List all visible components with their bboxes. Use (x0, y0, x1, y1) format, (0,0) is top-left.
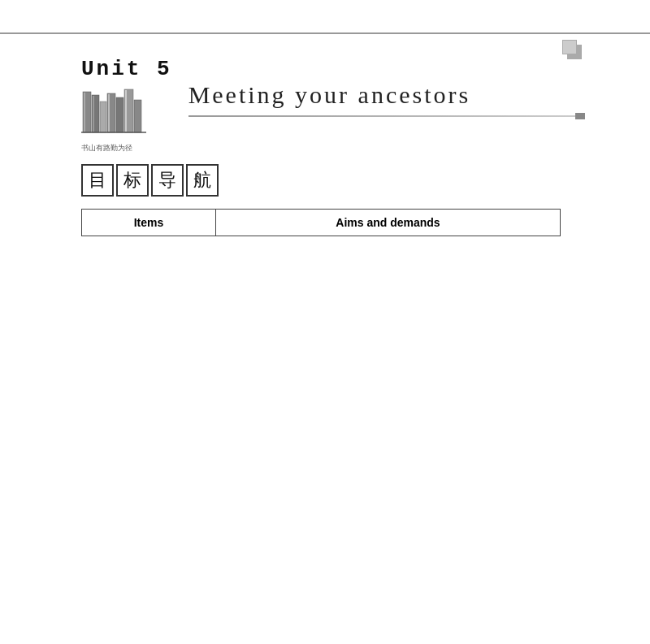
nav-title-boxes: 目 标 导 航 (81, 164, 585, 197)
main-title: Meeting your ancestors (188, 81, 585, 109)
svg-rect-1 (84, 93, 85, 132)
svg-rect-4 (100, 102, 106, 132)
corner-square-front (562, 40, 577, 54)
col-aims-header: Aims and demands (215, 210, 560, 236)
book-icon: 书山有路勤为径 (81, 85, 146, 138)
corner-square-back (567, 45, 582, 59)
char-box-2: 标 (116, 164, 149, 197)
page-container: Unit 5 (0, 0, 650, 644)
title-underline (188, 115, 585, 117)
svg-rect-6 (108, 94, 110, 132)
top-border (0, 32, 650, 34)
nav-section: 目 标 导 航 Items Aims and demands (81, 164, 585, 236)
table-section: Items Aims and demands (81, 209, 561, 236)
char-box-1: 目 (81, 164, 114, 197)
unit-title: Unit 5 (81, 57, 172, 81)
char-box-3: 导 (151, 164, 184, 197)
svg-rect-7 (116, 97, 124, 132)
left-col: Unit 5 (81, 57, 172, 140)
svg-rect-3 (93, 96, 94, 132)
header-section: Unit 5 (81, 57, 585, 140)
svg-rect-10 (134, 100, 141, 132)
aims-table: Items Aims and demands (81, 209, 561, 236)
book-caption: 书山有路勤为径 (81, 143, 146, 153)
right-col: Meeting your ancestors (188, 57, 585, 117)
svg-rect-9 (125, 90, 127, 132)
corner-icon (567, 45, 592, 69)
char-box-4: 航 (186, 164, 219, 197)
col-items-header: Items (82, 210, 216, 236)
